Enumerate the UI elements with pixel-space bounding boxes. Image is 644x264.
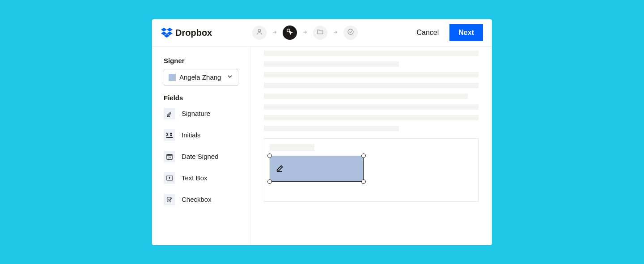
skeleton-line (264, 94, 468, 99)
field-item-date-signed[interactable]: 24 Date Signed (164, 151, 238, 162)
document-canvas[interactable] (250, 47, 492, 245)
textbox-icon (164, 172, 175, 184)
step-review[interactable] (343, 26, 358, 40)
signature-icon (164, 108, 175, 119)
field-label: Text Box (182, 174, 208, 182)
field-list: Signature Initials 24 (164, 108, 238, 205)
signer-color-swatch (169, 74, 176, 81)
next-button[interactable]: Next (449, 24, 483, 41)
chevron-down-icon (226, 73, 233, 82)
skeleton-line (264, 72, 479, 77)
signer-selected-name: Angela Zhang (179, 73, 221, 81)
initials-icon (164, 129, 175, 141)
step-signer[interactable] (252, 26, 267, 40)
field-label: Signature (182, 110, 210, 117)
brand-logo: Dropbox (161, 28, 212, 38)
svg-text:24: 24 (168, 156, 171, 159)
placed-signature-field[interactable] (270, 156, 364, 182)
field-item-signature[interactable]: Signature (164, 108, 238, 119)
field-label: Checkbox (182, 196, 212, 203)
brand-name: Dropbox (175, 28, 212, 38)
skeleton-line (264, 104, 479, 110)
sidebar: Signer Angela Zhang Fields Signature (152, 47, 250, 245)
field-label: Initials (182, 131, 201, 139)
signature-area (264, 138, 479, 202)
arrow-right-icon (333, 29, 338, 37)
resize-handle-tr[interactable] (361, 153, 366, 158)
person-icon (256, 28, 263, 37)
arrow-right-icon (302, 29, 308, 37)
dropbox-icon (161, 28, 173, 38)
resize-handle-tl[interactable] (267, 153, 272, 158)
checkbox-icon (164, 194, 175, 205)
app-window: Dropbox (152, 19, 492, 245)
header: Dropbox (152, 19, 492, 47)
skeleton-line (264, 115, 479, 120)
skeleton-line (264, 126, 399, 131)
signer-section-label: Signer (164, 57, 238, 64)
resize-handle-bl[interactable] (267, 179, 272, 184)
svg-point-0 (258, 30, 261, 32)
field-item-textbox[interactable]: Text Box (164, 172, 238, 184)
check-circle-icon (347, 28, 354, 37)
field-label: Date Signed (182, 153, 219, 160)
skeleton-line (264, 83, 479, 88)
header-actions: Cancel Next (417, 24, 483, 41)
step-fields[interactable] (283, 26, 297, 40)
field-item-checkbox[interactable]: Checkbox (164, 194, 238, 205)
date-icon: 24 (164, 151, 175, 162)
svg-point-2 (348, 29, 353, 34)
skeleton-line (270, 144, 314, 151)
signature-icon (275, 163, 285, 175)
cursor-field-icon (286, 28, 293, 37)
skeleton-line (264, 51, 479, 56)
cancel-button[interactable]: Cancel (417, 29, 439, 37)
arrow-right-icon (272, 29, 277, 37)
resize-handle-br[interactable] (361, 179, 366, 184)
signer-select[interactable]: Angela Zhang (164, 69, 238, 86)
fields-section-label: Fields (164, 94, 238, 102)
body: Signer Angela Zhang Fields Signature (152, 47, 492, 245)
step-folder[interactable] (313, 26, 327, 40)
folder-icon (317, 28, 324, 37)
stepper (252, 26, 358, 40)
skeleton-line (264, 61, 399, 67)
field-item-initials[interactable]: Initials (164, 129, 238, 141)
